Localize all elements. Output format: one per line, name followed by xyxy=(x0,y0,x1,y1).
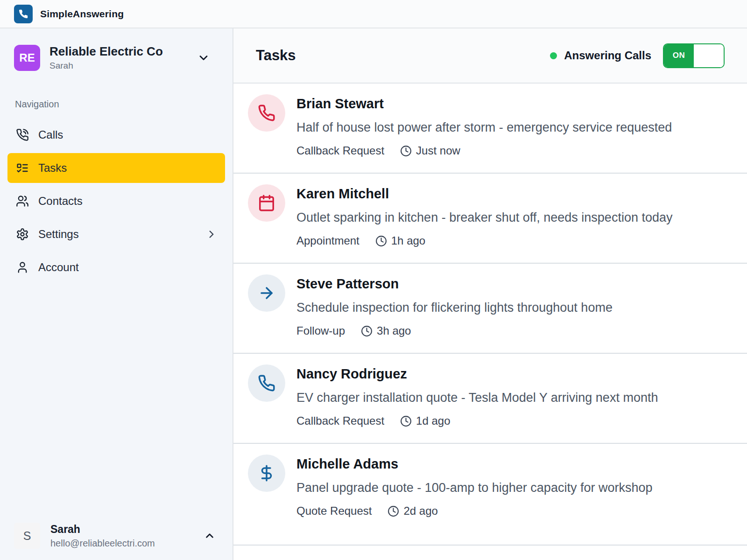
nav-section-label: Navigation xyxy=(15,99,233,110)
task-row[interactable]: Steve Patterson Schedule inspection for … xyxy=(233,264,747,354)
task-row[interactable]: Nancy Rodriguez EV charger installation … xyxy=(233,354,747,444)
answering-calls-toggle[interactable]: ON xyxy=(663,43,725,68)
sidebar-item-label: Contacts xyxy=(38,195,83,208)
clock-icon xyxy=(361,325,373,337)
task-type: Follow-up xyxy=(296,324,345,337)
workspace-switcher[interactable]: RE Reliable Electric Co Sarah xyxy=(0,28,233,85)
workspace-subtitle: Sarah xyxy=(49,61,188,71)
task-name: Steve Patterson xyxy=(296,276,613,292)
clock-icon xyxy=(388,505,399,517)
gear-icon xyxy=(16,228,29,241)
arrow-right-icon xyxy=(248,274,285,312)
main-header: Tasks Answering Calls ON xyxy=(233,28,747,84)
user-icon xyxy=(16,261,29,274)
task-description: EV charger installation quote - Tesla Mo… xyxy=(296,391,658,405)
sidebar-nav: Calls Tasks Contacts xyxy=(0,120,233,282)
phone-icon xyxy=(18,9,28,19)
phone-call-icon xyxy=(16,128,29,141)
task-description: Schedule inspection for flickering light… xyxy=(296,301,613,315)
clock-icon xyxy=(400,415,412,427)
task-name: Brian Stewart xyxy=(296,96,672,112)
task-description: Panel upgrade quote - 100-amp to higher … xyxy=(296,481,652,495)
calendar-icon xyxy=(248,184,285,222)
task-list: Brian Stewart Half of house lost power a… xyxy=(233,84,747,560)
sidebar-item-calls[interactable]: Calls xyxy=(7,120,225,150)
task-time: Just now xyxy=(416,144,460,157)
dollar-icon xyxy=(248,455,285,492)
sidebar-item-label: Calls xyxy=(38,128,63,141)
task-row-partial xyxy=(233,546,747,560)
phone-icon xyxy=(248,364,285,402)
task-type: Callback Request xyxy=(296,414,384,427)
task-row[interactable]: Michelle Adams Panel upgrade quote - 100… xyxy=(233,444,747,546)
main-content: Tasks Answering Calls ON Brian S xyxy=(233,28,747,560)
task-row[interactable]: Brian Stewart Half of house lost power a… xyxy=(233,84,747,174)
task-name: Nancy Rodriguez xyxy=(296,366,658,382)
task-name: Karen Mitchell xyxy=(296,186,672,202)
workspace-name: Reliable Electric Co xyxy=(49,44,188,59)
chevron-up-icon xyxy=(204,530,216,542)
toggle-knob xyxy=(694,44,724,67)
user-menu[interactable]: S Sarah hello@reliableelectri.com xyxy=(14,523,218,549)
user-avatar: S xyxy=(14,523,40,549)
status-dot xyxy=(550,52,557,59)
sidebar-item-label: Account xyxy=(38,261,79,274)
list-todo-icon xyxy=(16,161,29,175)
task-type: Callback Request xyxy=(296,144,384,157)
user-email: hello@reliableelectri.com xyxy=(50,538,193,549)
clock-icon xyxy=(375,235,387,247)
task-row[interactable]: Karen Mitchell Outlet sparking in kitche… xyxy=(233,174,747,264)
user-name: Sarah xyxy=(50,523,193,536)
answering-calls-label: Answering Calls xyxy=(564,49,651,62)
task-type: Quote Request xyxy=(296,504,372,518)
chevron-down-icon xyxy=(197,51,210,64)
task-time: 3h ago xyxy=(377,324,411,337)
page-title: Tasks xyxy=(256,47,296,64)
sidebar-item-label: Settings xyxy=(38,228,79,241)
app-name: SimpleAnswering xyxy=(40,8,124,20)
task-description: Half of house lost power after storm - e… xyxy=(296,120,672,135)
task-time: 1h ago xyxy=(391,234,425,247)
task-type: Appointment xyxy=(296,234,359,247)
task-description: Outlet sparking in kitchen - breaker shu… xyxy=(296,210,672,225)
task-time: 1d ago xyxy=(416,414,450,427)
app-logo[interactable] xyxy=(14,5,33,23)
task-time: 2d ago xyxy=(403,504,437,518)
sidebar-item-contacts[interactable]: Contacts xyxy=(7,186,225,216)
sidebar-item-tasks[interactable]: Tasks xyxy=(7,153,225,183)
phone-icon xyxy=(248,94,285,132)
clock-icon xyxy=(400,145,412,157)
chevron-right-icon xyxy=(205,228,218,240)
workspace-avatar: RE xyxy=(14,45,40,71)
sidebar-item-settings[interactable]: Settings xyxy=(7,219,225,249)
task-name: Michelle Adams xyxy=(296,456,652,472)
sidebar: RE Reliable Electric Co Sarah Navigation… xyxy=(0,28,233,560)
toggle-on-label: ON xyxy=(664,44,694,67)
sidebar-item-label: Tasks xyxy=(38,161,67,175)
users-icon xyxy=(16,195,29,208)
topbar: SimpleAnswering xyxy=(0,0,747,28)
sidebar-item-account[interactable]: Account xyxy=(7,252,225,282)
